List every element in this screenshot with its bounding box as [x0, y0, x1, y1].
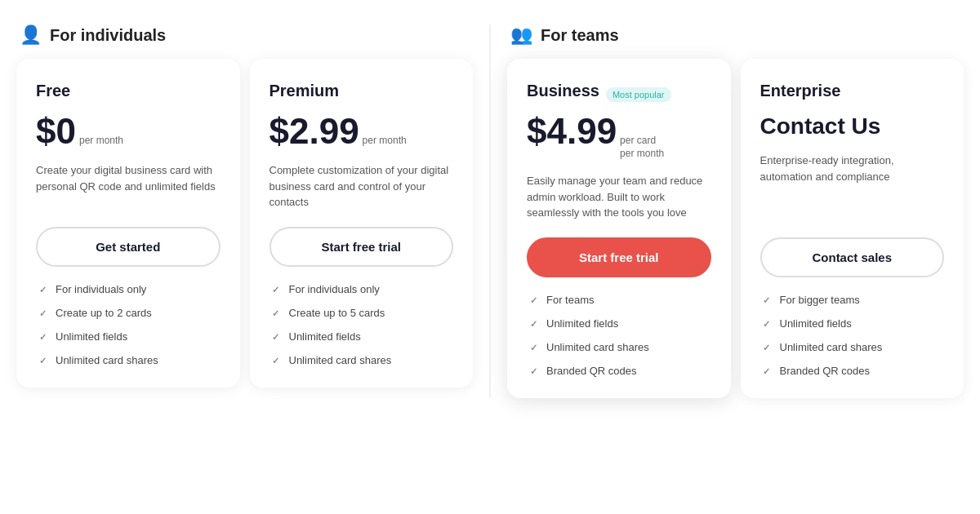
list-item: For individuals only [270, 283, 454, 297]
business-period-line2: per month [620, 148, 664, 159]
premium-plan-card: Premium $2.99 per month Complete customi… [250, 59, 474, 388]
premium-price-period: per month [363, 135, 407, 148]
feature-text: For bigger teams [780, 294, 860, 306]
feature-text: For individuals only [56, 283, 146, 295]
list-item: Create up to 2 cards [36, 307, 220, 321]
list-item: Branded QR codes [760, 365, 945, 379]
enterprise-plan-card: Enterprise Contact Us Enterprise-ready i… [741, 59, 964, 398]
list-item: For individuals only [36, 283, 220, 297]
check-icon [760, 366, 773, 379]
free-features-list: For individuals only Create up to 2 card… [36, 283, 220, 368]
feature-text: Unlimited fields [546, 317, 618, 330]
list-item: Unlimited card shares [760, 341, 945, 355]
feature-text: Branded QR codes [546, 365, 637, 377]
list-item: Branded QR codes [527, 365, 711, 379]
free-plan-name-row: Free [36, 82, 220, 107]
check-icon [270, 355, 283, 368]
teams-icon: 👥 [510, 24, 532, 46]
business-plan-name-row: Business Most popular [527, 82, 711, 107]
feature-text: Unlimited card shares [56, 354, 158, 366]
list-item: Unlimited fields [760, 317, 945, 331]
teams-title: For teams [541, 26, 619, 45]
list-item: For bigger teams [760, 294, 945, 308]
section-divider [489, 24, 491, 398]
business-price-amount: $4.99 [527, 113, 617, 149]
enterprise-contact-sales-button[interactable]: Contact sales [760, 237, 945, 277]
check-icon [270, 308, 283, 321]
free-description: Create your digital business card with p… [36, 162, 220, 210]
enterprise-features-list: For bigger teams Unlimited fields Unlimi… [760, 294, 945, 379]
feature-text: Branded QR codes [780, 365, 871, 377]
individual-icon: 👤 [20, 24, 42, 46]
check-icon [36, 284, 49, 297]
list-item: Unlimited fields [36, 330, 220, 344]
check-icon [527, 366, 540, 379]
list-item: Unlimited card shares [527, 341, 711, 355]
feature-text: Unlimited card shares [780, 341, 883, 353]
enterprise-price-contact: Contact Us [760, 113, 945, 140]
free-plan-name: Free [36, 82, 70, 100]
premium-start-trial-button[interactable]: Start free trial [270, 227, 454, 267]
teams-header: 👥 For teams [507, 24, 964, 46]
list-item: For teams [527, 294, 711, 308]
feature-text: Create up to 5 cards [289, 307, 385, 319]
check-icon [36, 331, 49, 344]
teams-cards: Business Most popular $4.99 per card per… [507, 59, 964, 398]
feature-text: Unlimited fields [289, 330, 361, 343]
premium-plan-name: Premium [270, 82, 340, 100]
pricing-page: 👤 For individuals Free $0 per month Crea… [16, 24, 964, 398]
list-item: Unlimited card shares [36, 354, 220, 368]
business-price-period: per card per month [620, 135, 664, 160]
teams-section: 👥 For teams Business Most popular $4.99 … [507, 24, 964, 398]
check-icon [36, 308, 49, 321]
enterprise-plan-name-row: Enterprise [760, 82, 945, 107]
check-icon [760, 318, 773, 331]
enterprise-description: Enterprise-ready integration, automation… [760, 153, 945, 221]
business-period-line1: per card [620, 135, 656, 146]
free-plan-card: Free $0 per month Create your digital bu… [16, 59, 240, 388]
list-item: Unlimited fields [527, 317, 711, 331]
individuals-section: 👤 For individuals Free $0 per month Crea… [16, 24, 473, 398]
feature-text: Unlimited fields [780, 317, 852, 330]
individuals-header: 👤 For individuals [16, 24, 473, 46]
most-popular-badge: Most popular [606, 87, 671, 102]
check-icon [36, 355, 49, 368]
premium-plan-name-row: Premium [270, 82, 454, 107]
check-icon [527, 318, 540, 331]
check-icon [270, 284, 283, 297]
business-start-trial-button[interactable]: Start free trial [527, 237, 711, 277]
list-item: Create up to 5 cards [270, 307, 454, 321]
check-icon [270, 331, 283, 344]
check-icon [760, 295, 773, 308]
business-features-list: For teams Unlimited fields Unlimited car… [527, 294, 711, 379]
free-price-amount: $0 [36, 113, 76, 149]
premium-features-list: For individuals only Create up to 5 card… [270, 283, 454, 368]
list-item: Unlimited fields [270, 330, 454, 344]
premium-description: Complete customization of your digital b… [270, 162, 454, 210]
check-icon [760, 342, 773, 355]
business-price-row: $4.99 per card per month [527, 113, 711, 160]
feature-text: Unlimited card shares [546, 341, 649, 353]
premium-price-amount: $2.99 [270, 113, 359, 149]
feature-text: For teams [546, 294, 595, 306]
business-description: Easily manage your team and reduce admin… [527, 173, 711, 221]
business-plan-name: Business [527, 82, 599, 100]
free-price-row: $0 per month [36, 113, 220, 149]
enterprise-plan-name: Enterprise [760, 82, 841, 100]
feature-text: Create up to 2 cards [56, 307, 152, 319]
business-plan-card: Business Most popular $4.99 per card per… [507, 59, 731, 398]
premium-price-row: $2.99 per month [270, 113, 454, 149]
individuals-title: For individuals [50, 26, 166, 45]
check-icon [527, 342, 540, 355]
check-icon [527, 295, 540, 308]
free-price-period: per month [79, 135, 123, 148]
feature-text: Unlimited fields [56, 330, 127, 343]
list-item: Unlimited card shares [270, 354, 454, 368]
feature-text: For individuals only [289, 283, 380, 295]
free-get-started-button[interactable]: Get started [36, 227, 220, 267]
feature-text: Unlimited card shares [289, 354, 392, 366]
individuals-cards: Free $0 per month Create your digital bu… [16, 59, 473, 388]
